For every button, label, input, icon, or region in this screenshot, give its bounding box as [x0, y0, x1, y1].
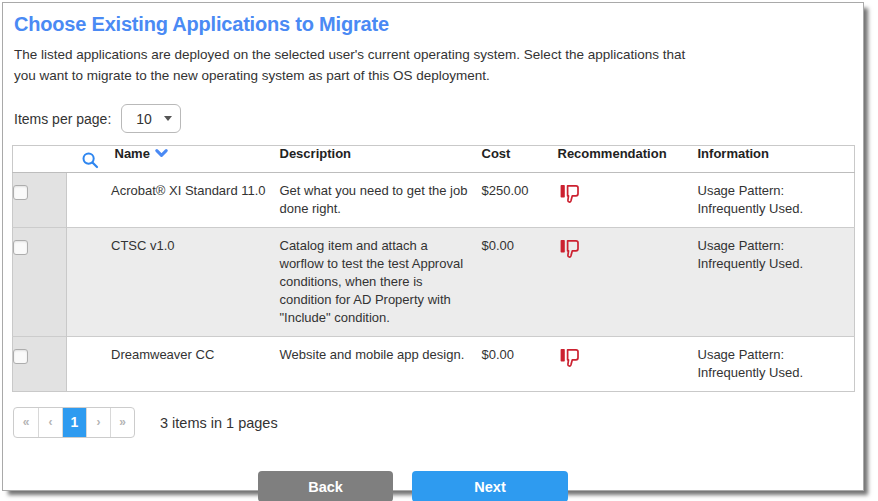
app-description-cell: Get what you need to get the job done ri… [276, 173, 478, 228]
app-cost-cell: $0.00 [478, 337, 554, 392]
migration-wizard-dialog: Choose Existing Applications to Migrate … [2, 2, 864, 491]
column-header-recommendation: Recommendation [554, 146, 694, 173]
page-title: Choose Existing Applications to Migrate [14, 13, 854, 36]
app-name-cell: CTSC v1.0 [67, 228, 276, 337]
app-description-cell: Website and mobile app design. [276, 337, 478, 392]
page-description: The listed applications are deployed on … [14, 44, 854, 86]
row-select-cell [13, 173, 67, 228]
next-button[interactable]: Next [412, 471, 568, 501]
thumbs-down-icon [558, 193, 582, 208]
table-row: CTSC v1.0 Catalog item and attach a worf… [13, 228, 855, 337]
table-header-row: Name Description Cost Recommendation Inf… [13, 146, 855, 173]
app-information-cell: Usage Pattern: Infrequently Used. [694, 337, 855, 392]
column-header-cost: Cost [478, 146, 554, 173]
items-per-page-row: Items per page: 10 [14, 104, 854, 133]
search-icon[interactable] [81, 151, 99, 169]
row-select-checkbox[interactable] [13, 240, 28, 255]
app-information-cell: Usage Pattern: Infrequently Used. [694, 228, 855, 337]
column-header-name-label: Name [115, 146, 150, 161]
pagination-prev-button[interactable]: ‹ [38, 408, 62, 437]
column-header-description: Description [276, 146, 478, 173]
page-description-line1: The listed applications are deployed on … [14, 44, 854, 65]
applications-table: Name Description Cost Recommendation Inf… [12, 145, 855, 392]
pagination-page-1-button[interactable]: 1 [62, 408, 86, 437]
app-name-cell: Dreamweaver CC [67, 337, 276, 392]
pagination-summary: 3 items in 1 pages [160, 415, 278, 431]
pagination-row: « ‹ 1 › » 3 items in 1 pages [13, 407, 854, 438]
select-column-header [13, 146, 67, 173]
pagination-next-button[interactable]: › [86, 408, 110, 437]
app-description-cell: Catalog item and attach a worflow to tes… [276, 228, 478, 337]
sort-descending-icon [155, 146, 168, 161]
items-per-page-value: 10 [136, 111, 152, 127]
app-cost-cell: $0.00 [478, 228, 554, 337]
table-row: Acrobat® XI Standard 11.0 Get what you n… [13, 173, 855, 228]
app-information-cell: Usage Pattern: Infrequently Used. [694, 173, 855, 228]
row-select-cell [13, 337, 67, 392]
column-header-name[interactable]: Name [67, 146, 276, 173]
thumbs-down-icon [558, 357, 582, 372]
app-recommendation-cell [554, 228, 694, 337]
row-select-checkbox[interactable] [13, 185, 28, 200]
wizard-footer: Back Next [12, 471, 854, 501]
items-per-page-label: Items per page: [14, 111, 111, 127]
pagination: « ‹ 1 › » [13, 407, 135, 438]
pagination-last-button[interactable]: » [110, 408, 134, 437]
back-button[interactable]: Back [258, 471, 393, 501]
items-per-page-select[interactable]: 10 [121, 104, 181, 133]
app-cost-cell: $250.00 [478, 173, 554, 228]
row-select-checkbox[interactable] [13, 349, 28, 364]
thumbs-down-icon [558, 248, 582, 263]
pagination-first-button[interactable]: « [14, 408, 38, 437]
column-header-information: Information [694, 146, 855, 173]
page-description-line2: you want to migrate to the new operating… [14, 65, 854, 86]
row-select-cell [13, 228, 67, 337]
app-recommendation-cell [554, 337, 694, 392]
table-row: Dreamweaver CC Website and mobile app de… [13, 337, 855, 392]
app-name-cell: Acrobat® XI Standard 11.0 [67, 173, 276, 228]
caret-down-icon [164, 116, 172, 121]
app-recommendation-cell [554, 173, 694, 228]
